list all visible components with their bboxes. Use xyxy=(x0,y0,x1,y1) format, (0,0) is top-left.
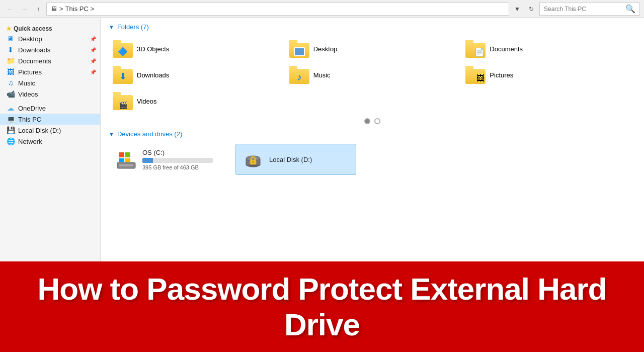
drive-c-name: OS (C:) xyxy=(142,149,213,156)
svg-rect-4 xyxy=(119,158,124,162)
folder-pictures[interactable]: 🖼 Pictures xyxy=(461,63,636,87)
onedrive-icon: ☁ xyxy=(6,104,15,112)
sidebar-music-label: Music xyxy=(18,79,35,87)
drive-c-usage xyxy=(142,158,153,163)
sidebar-thispc-label: This PC xyxy=(18,116,41,123)
svg-rect-3 xyxy=(125,152,130,157)
drive-d-name: Local Disk (D:) xyxy=(269,156,312,163)
pin-icon: 📌 xyxy=(90,36,96,42)
sidebar-pictures-label: Pictures xyxy=(18,68,42,76)
svg-rect-11 xyxy=(253,162,254,163)
folder-documents-icon: 📄 xyxy=(465,40,486,58)
drive-c-icon xyxy=(115,148,137,170)
drive-c-free: 395 GB free of 463 GB xyxy=(142,164,213,170)
svg-rect-5 xyxy=(125,158,130,162)
sidebar-item-desktop[interactable]: 🖥 Desktop 📌 xyxy=(0,33,100,44)
sidebar-item-thispc[interactable]: 💻 This PC xyxy=(0,114,100,125)
downloads-sidebar-icon: ⬇ xyxy=(6,46,15,54)
drive-d-info: Local Disk (D:) xyxy=(269,156,312,163)
folder-pictures-label: Pictures xyxy=(490,71,513,79)
forward-button[interactable]: → xyxy=(18,3,30,15)
videos-sidebar-icon: 📹 xyxy=(6,90,15,98)
sidebar-downloads-label: Downloads xyxy=(18,46,50,54)
folder-documents[interactable]: 📄 Documents xyxy=(461,37,636,61)
sidebar-onedrive-label: OneDrive xyxy=(18,105,46,112)
network-icon: 🌐 xyxy=(6,137,15,145)
folders-chevron: ▼ xyxy=(109,24,114,30)
banner: How to Password Protect External Hard Dr… xyxy=(0,261,644,352)
address-bar: ← → ↑ 🖥 > This PC > ▼ ↻ 🔍 xyxy=(0,0,644,18)
folder-videos-label: Videos xyxy=(137,98,157,105)
pc-icon: 🖥 xyxy=(51,5,57,13)
folder-downloads[interactable]: ⬇ Downloads xyxy=(109,63,283,87)
devices-section-header[interactable]: ▼ Devices and drives (2) xyxy=(109,130,636,138)
search-icon: 🔍 xyxy=(625,4,635,14)
banner-text: How to Password Protect External Hard Dr… xyxy=(20,271,624,342)
sidebar-item-network[interactable]: 🌐 Network xyxy=(0,136,100,147)
drive-c[interactable]: OS (C:) 395 GB free of 463 GB xyxy=(109,144,229,175)
devices-grid: OS (C:) 395 GB free of 463 GB xyxy=(109,144,636,175)
sidebar-item-onedrive[interactable]: ☁ OneDrive xyxy=(0,103,100,114)
star-icon: ★ xyxy=(6,25,12,32)
localdisk-icon: 💾 xyxy=(6,126,15,134)
sidebar: ★ Quick access 🖥 Desktop 📌 ⬇ Downloads 📌… xyxy=(0,18,101,261)
folder-videos-icon: 🎬 xyxy=(113,92,133,110)
address-location: This PC xyxy=(65,5,89,13)
folder-3dobjects[interactable]: 🔷 3D Objects xyxy=(109,37,283,61)
svg-rect-1 xyxy=(119,164,133,166)
folder-music-label: Music xyxy=(313,71,331,79)
sidebar-item-pictures[interactable]: 🖼 Pictures 📌 xyxy=(0,66,100,77)
address-chevron: > xyxy=(91,5,95,13)
up-button[interactable]: ↑ xyxy=(32,3,44,15)
folder-desktop-icon xyxy=(289,40,309,58)
svg-rect-2 xyxy=(119,152,124,157)
documents-sidebar-icon: 📁 xyxy=(6,57,15,65)
pictures-sidebar-icon: 🖼 xyxy=(6,68,15,76)
sidebar-desktop-label: Desktop xyxy=(18,35,42,43)
folder-pictures-icon: 🖼 xyxy=(465,66,486,84)
desktop-sidebar-icon: 🖥 xyxy=(6,35,15,43)
folder-desktop[interactable]: Desktop xyxy=(285,37,460,61)
carousel-dot-2[interactable] xyxy=(374,118,380,124)
pin-icon-3: 📌 xyxy=(90,58,96,64)
folders-section-label: Folders (7) xyxy=(117,23,149,31)
folder-downloads-icon: ⬇ xyxy=(113,66,133,84)
folders-section-header[interactable]: ▼ Folders (7) xyxy=(109,23,636,31)
folder-videos[interactable]: 🎬 Videos xyxy=(109,89,283,113)
folders-grid: 🔷 3D Objects Desktop 📄 xyxy=(109,37,636,113)
sidebar-documents-label: Documents xyxy=(18,57,51,65)
folder-3dobjects-icon: 🔷 xyxy=(113,40,133,58)
drive-d-icon xyxy=(242,148,264,170)
address-separator: > xyxy=(59,5,63,13)
dropdown-button[interactable]: ▼ xyxy=(511,3,523,15)
devices-section-label: Devices and drives (2) xyxy=(117,130,182,138)
sidebar-videos-label: Videos xyxy=(18,90,38,98)
sidebar-item-documents[interactable]: 📁 Documents 📌 xyxy=(0,55,100,66)
folder-music-icon: ♪ xyxy=(289,66,309,84)
sidebar-network-label: Network xyxy=(18,138,42,145)
pin-icon-4: 📌 xyxy=(90,69,96,75)
sidebar-item-videos[interactable]: 📹 Videos xyxy=(0,88,100,100)
search-input[interactable] xyxy=(544,6,623,13)
address-path[interactable]: 🖥 > This PC > xyxy=(46,3,509,16)
folder-music[interactable]: ♪ Music xyxy=(285,63,460,87)
devices-chevron: ▼ xyxy=(109,131,114,137)
carousel-dots xyxy=(109,118,636,124)
folder-downloads-label: Downloads xyxy=(137,71,169,79)
drive-d[interactable]: Local Disk (D:) xyxy=(235,144,356,175)
search-box[interactable]: 🔍 xyxy=(539,3,640,16)
sidebar-localdisk-label: Local Disk (D:) xyxy=(18,127,61,134)
quick-access-label: ★ Quick access xyxy=(0,22,100,33)
folder-3dobjects-label: 3D Objects xyxy=(137,45,169,53)
drive-c-info: OS (C:) 395 GB free of 463 GB xyxy=(142,149,213,170)
pin-icon-2: 📌 xyxy=(90,47,96,53)
sidebar-item-localdisk[interactable]: 💾 Local Disk (D:) xyxy=(0,125,100,136)
carousel-dot-1[interactable] xyxy=(364,118,370,124)
back-button[interactable]: ← xyxy=(4,3,16,15)
sidebar-item-music[interactable]: ♫ Music xyxy=(0,77,100,88)
drive-c-bar xyxy=(142,158,213,163)
music-sidebar-icon: ♫ xyxy=(6,79,15,87)
sidebar-item-downloads[interactable]: ⬇ Downloads 📌 xyxy=(0,44,100,55)
refresh-button[interactable]: ↻ xyxy=(525,3,537,15)
folder-documents-label: Documents xyxy=(490,45,523,53)
